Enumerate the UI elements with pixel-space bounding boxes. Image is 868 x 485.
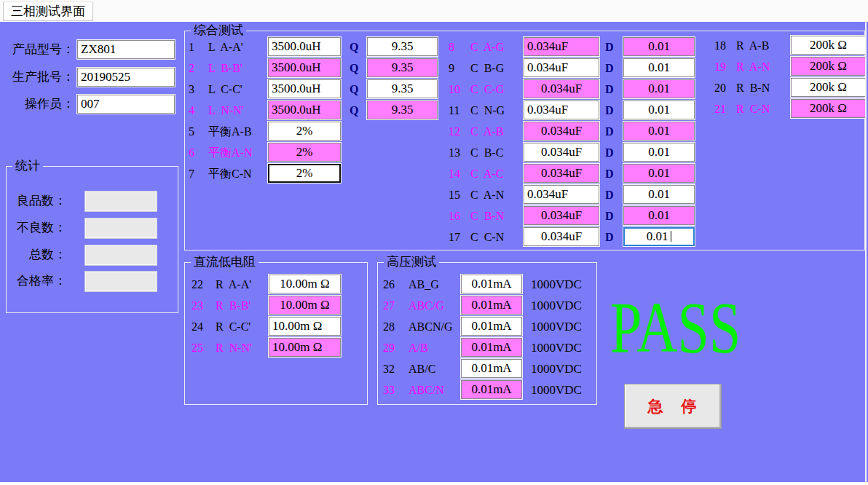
d-value-input[interactable]: 0.01 (623, 58, 695, 77)
hv-test-row: 26 AB_G 0.01mA 1000VDC (383, 274, 596, 295)
d-value-input[interactable]: 0.01 (623, 206, 695, 225)
resistance-value-input[interactable]: 200k Ω (791, 36, 866, 55)
d-value-input[interactable]: 0.01 (623, 100, 695, 119)
row-number: 23 (192, 295, 212, 316)
inductance-rows: 1 L A-A' 3500.0uH Q 9.35 2 L B-B' 3500.0… (189, 36, 442, 121)
d-factor-label: D (605, 79, 614, 100)
app-window: 三相测试界面 产品型号： ZX801 生产批号： 20190525 操作员： 0… (0, 0, 868, 485)
d-value-input[interactable]: 0.01 (623, 122, 695, 141)
stat-value-box (85, 192, 157, 211)
row-label: L B-B' (208, 58, 242, 79)
d-value-input[interactable]: 0.01 (623, 143, 695, 162)
q-value-input[interactable]: 9.35 (367, 37, 438, 56)
d-value-input[interactable]: 0.01 (623, 79, 695, 98)
row-number: 29 (383, 337, 403, 358)
balance-value-input[interactable]: 2% (268, 143, 341, 162)
capacitance-value-input[interactable]: 0.034uF (524, 79, 599, 98)
resistance-value-input[interactable]: 200k Ω (791, 78, 866, 97)
balance-value-input[interactable]: 2% (268, 122, 341, 141)
q-factor-label: Q (350, 58, 358, 79)
row-number: 17 (449, 226, 469, 248)
form-field-input[interactable]: ZX801 (77, 40, 175, 59)
inductance-value-input[interactable]: 3500.0uH (268, 37, 341, 56)
row-number: 33 (383, 379, 403, 401)
row-label: C A-C (470, 163, 503, 184)
capacitance-test-row: 14 C A-C 0.034uF D 0.01 (449, 163, 700, 184)
hv-rows: 26 AB_G 0.01mA 1000VDC 27 ABC/G 0.01mA 1… (383, 274, 596, 401)
capacitance-value-input[interactable]: 0.034uF (524, 164, 599, 183)
row-number: 9 (449, 58, 469, 79)
row-number: 16 (449, 205, 469, 226)
row-label: R A-B (736, 35, 769, 56)
leakage-current-input[interactable]: 0.01mA (461, 338, 522, 357)
comprehensive-group-title: 综合测试 (191, 24, 246, 37)
stat-label: 总数： (8, 245, 66, 265)
capacitance-value-input[interactable]: 0.034uF (524, 206, 599, 225)
tab-three-phase-test[interactable]: 三相测试界面 (3, 1, 93, 21)
row-label: C C-G (470, 79, 504, 100)
leakage-current-input[interactable]: 0.01mA (461, 275, 522, 293)
row-label: AB/C (409, 358, 435, 379)
dc-resistance-value-input[interactable]: 10.00m Ω (269, 317, 341, 336)
emergency-stop-button[interactable]: 急 停 (624, 384, 722, 429)
d-value-input[interactable]: 0.01 (623, 185, 695, 204)
dc-resistance-value-input[interactable]: 10.00m Ω (269, 275, 341, 293)
capacitance-value-input[interactable]: 0.034uF (524, 122, 599, 141)
capacitance-value-input[interactable]: 0.034uF (524, 227, 599, 246)
form-field-input[interactable]: 20190525 (77, 68, 175, 87)
capacitance-value-input[interactable]: 0.034uF (524, 185, 599, 204)
row-number: 15 (449, 184, 469, 205)
inductance-test-row: 1 L A-A' 3500.0uH Q 9.35 (189, 36, 442, 58)
d-value-input[interactable]: 0.01 (623, 164, 695, 183)
form-row: 产品型号： ZX801 (0, 39, 182, 67)
resistance-value-input[interactable]: 200k Ω (791, 99, 866, 118)
row-number: 14 (449, 163, 469, 184)
row-label: C A-G (470, 36, 504, 58)
product-form: 产品型号： ZX801 生产批号： 20190525 操作员： 007 (0, 39, 182, 122)
leakage-current-input[interactable]: 0.01mA (461, 359, 522, 378)
tab-strip: 三相测试界面 (0, 0, 868, 22)
hv-test-row: 33 ABC/N 0.01mA 1000VDC (383, 379, 596, 401)
capacitance-value-input[interactable]: 0.034uF (524, 143, 599, 162)
row-label: C B-C (470, 142, 503, 163)
q-value-input[interactable]: 9.35 (367, 58, 438, 77)
inductance-value-input[interactable]: 3500.0uH (268, 79, 341, 98)
row-label: L C-C' (208, 79, 242, 100)
row-number: 32 (383, 358, 403, 379)
dc-rows: 22 R A-A' 10.00m Ω 23 R B-B' 10.00m Ω 24… (192, 274, 363, 358)
q-value-input[interactable]: 9.35 (367, 100, 438, 119)
capacitance-test-row: 11 C N-G 0.034uF D 0.01 (449, 100, 700, 121)
stat-value-box (85, 218, 157, 238)
capacitance-value-input[interactable]: 0.034uF (524, 37, 599, 56)
inductance-value-input[interactable]: 3500.0uH (268, 100, 341, 119)
q-value-input[interactable]: 9.35 (367, 79, 438, 98)
leakage-current-input[interactable]: 0.01mA (461, 317, 522, 336)
dc-resistance-value-input[interactable]: 10.00m Ω (269, 296, 341, 315)
dc-resistance-value-input[interactable]: 10.00m Ω (269, 338, 341, 357)
capacitance-value-input[interactable]: 0.034uF (524, 58, 599, 77)
stat-label: 合格率： (8, 271, 66, 291)
row-label: R A-A' (216, 274, 251, 295)
d-factor-label: D (605, 100, 614, 121)
inductance-value-input[interactable]: 3500.0uH (268, 58, 341, 77)
hv-test-row: 27 ABC/G 0.01mA 1000VDC (383, 295, 596, 316)
d-factor-label: D (605, 205, 614, 226)
row-number: 7 (189, 163, 209, 184)
resistance-test-row: 18 R A-B 200k Ω (714, 35, 866, 56)
dc-resistance-test-row: 22 R A-A' 10.00m Ω (192, 274, 363, 295)
d-value-input[interactable]: 0.01 (623, 37, 695, 56)
row-label: A/B (409, 337, 428, 358)
d-factor-label: D (605, 142, 614, 163)
balance-rows: 5 平衡A-B 2% 6 平衡A-N 2% 7 平衡C-N 2% (189, 121, 442, 184)
balance-value-input[interactable]: 2% (268, 164, 341, 183)
d-value-input[interactable]: 0.01 (623, 227, 695, 246)
leakage-current-input[interactable]: 0.01mA (461, 380, 522, 399)
row-label: 平衡C-N (208, 163, 252, 184)
stat-row: 良品数： (7, 191, 178, 218)
row-label: C A-N (470, 184, 504, 205)
leakage-current-input[interactable]: 0.01mA (461, 296, 522, 315)
resistance-value-input[interactable]: 200k Ω (791, 57, 866, 76)
form-field-input[interactable]: 007 (77, 95, 175, 114)
capacitance-value-input[interactable]: 0.034uF (524, 100, 599, 119)
capacitance-test-row: 8 C A-G 0.034uF D 0.01 (449, 36, 700, 58)
